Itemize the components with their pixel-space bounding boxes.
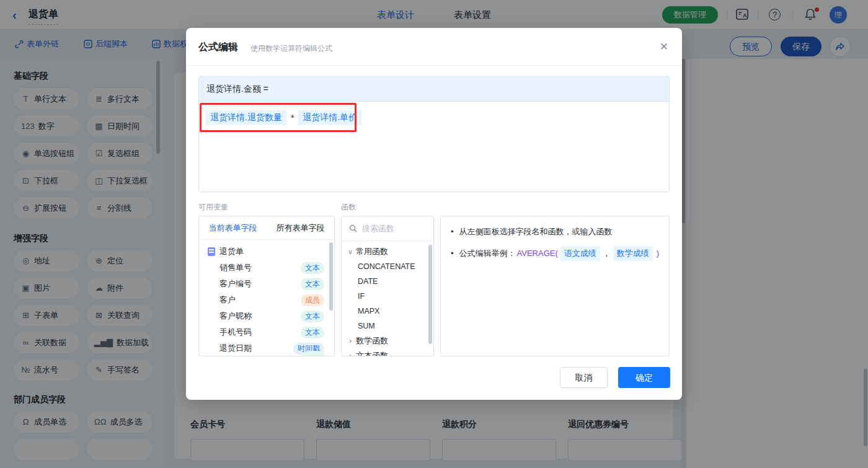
tab-all-form-fields[interactable]: 所有表单字段 xyxy=(277,223,325,234)
tab-current-form-fields[interactable]: 当前表单字段 xyxy=(209,223,257,234)
function-search-input[interactable] xyxy=(362,224,421,233)
modal-title: 公式编辑 xyxy=(198,41,238,54)
functions-scrollbar[interactable] xyxy=(428,245,432,344)
variables-tree: 退货单 销售单号 文本 客户编号 文本 客户 成员 xyxy=(199,240,334,356)
close-icon[interactable]: ✕ xyxy=(660,40,668,53)
variables-root-node[interactable]: 退货单 xyxy=(199,244,334,260)
variable-label: 客户昵称 xyxy=(219,311,252,322)
function-item[interactable]: DATE xyxy=(342,274,433,289)
variable-type-badge: 文本 xyxy=(301,278,324,290)
formula-edit-modal: 公式编辑 使用数学运算符编辑公式 ✕ 退货详情.金额 = 退货详情.退货数量 *… xyxy=(186,28,682,400)
variable-item[interactable]: 客户编号 文本 xyxy=(199,276,334,292)
formula-target: 退货详情.金额 = xyxy=(199,77,669,102)
tip-line: 从左侧面板选择字段名和函数，或输入函数 xyxy=(450,226,669,238)
variable-type-badge: 文本 xyxy=(301,311,324,322)
example-token: 语文成绩 xyxy=(560,246,600,261)
variables-panel: 当前表单字段 所有表单字段 退货单 销售单号 文本 客户编号 文本 xyxy=(198,216,335,356)
variables-label: 可用变量 xyxy=(198,202,228,213)
variable-type-badge: 文本 xyxy=(301,262,324,274)
function-item[interactable]: 文本函数 xyxy=(342,348,433,356)
function-item[interactable]: 数学函数 xyxy=(342,333,433,348)
formula-editor[interactable]: 退货详情.金额 = 退货详情.退货数量 * 退货详情.单价 xyxy=(198,76,670,192)
divider xyxy=(186,65,682,66)
tip-example-line: 公式编辑举例：AVERAGE(语文成绩，数学成绩) xyxy=(450,246,669,261)
function-item[interactable]: CONCATENATE xyxy=(342,259,433,274)
functions-label: 函数 xyxy=(341,202,356,213)
formula-operator: * xyxy=(291,113,294,123)
variable-label: 手机号码 xyxy=(219,327,252,338)
confirm-button[interactable]: 确定 xyxy=(618,367,670,388)
variable-label: 销售单号 xyxy=(219,262,252,273)
variable-item[interactable]: 手机号码 文本 xyxy=(199,324,334,340)
cancel-button[interactable]: 取消 xyxy=(560,367,608,388)
function-item[interactable]: IF xyxy=(342,289,433,304)
example-token: 数学成绩 xyxy=(613,246,653,261)
clipped-badge xyxy=(303,351,324,356)
search-icon xyxy=(349,224,357,232)
variables-scrollbar[interactable] xyxy=(329,242,333,311)
formula-expression[interactable]: 退货详情.退货数量 * 退货详情.单价 xyxy=(199,102,669,125)
formula-token[interactable]: 退货详情.退货数量 xyxy=(206,110,286,125)
variable-item[interactable]: 客户 成员 xyxy=(199,292,334,308)
variable-label: 退货日期 xyxy=(219,343,252,354)
function-tree: 常用函数 CONCATENATE DATE IF MAPX SUM 数学函数 文… xyxy=(342,241,433,356)
tips-panel: 从左侧面板选择字段名和函数，或输入函数 公式编辑举例：AVERAGE(语文成绩，… xyxy=(440,216,670,356)
average-function-text: AVERAGE( xyxy=(517,247,558,260)
formula-token[interactable]: 退货详情.单价 xyxy=(298,110,361,125)
variable-item[interactable]: 销售单号 文本 xyxy=(199,260,334,276)
function-item[interactable]: MAPX xyxy=(342,304,433,319)
variables-tabs: 当前表单字段 所有表单字段 xyxy=(199,216,334,240)
variable-type-badge: 成员 xyxy=(301,294,324,306)
variable-item[interactable]: 客户昵称 文本 xyxy=(199,308,334,324)
variable-label: 客户编号 xyxy=(219,278,252,289)
functions-panel: 常用函数 CONCATENATE DATE IF MAPX SUM 数学函数 文… xyxy=(341,216,434,356)
function-search[interactable] xyxy=(342,216,433,241)
variable-type-badge: 文本 xyxy=(301,327,324,338)
function-item[interactable]: 常用函数 xyxy=(342,244,433,259)
variable-label: 客户 xyxy=(219,294,236,306)
form-doc-icon xyxy=(208,247,215,256)
modal-subtitle: 使用数学运算符编辑公式 xyxy=(250,43,332,54)
function-item[interactable]: SUM xyxy=(342,319,433,333)
